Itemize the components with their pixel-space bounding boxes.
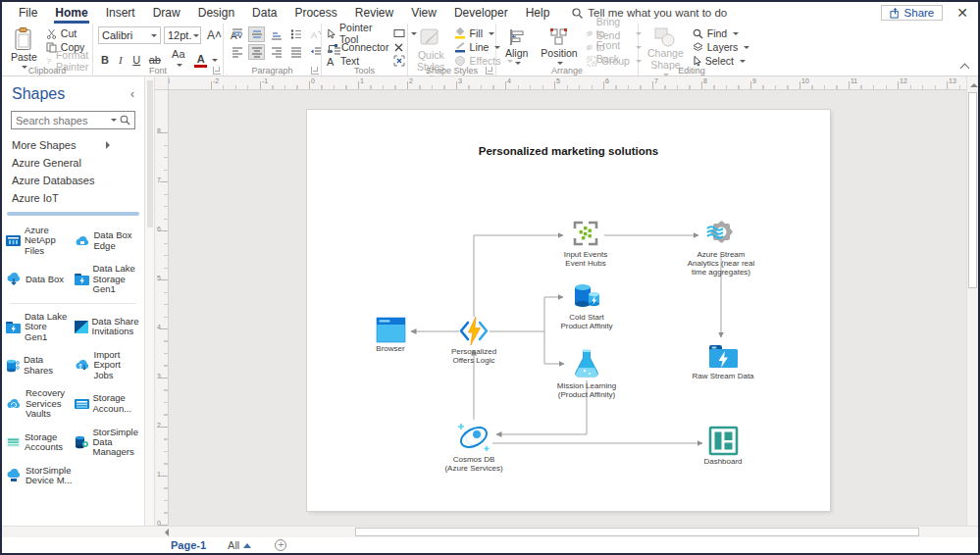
group-font: Calibri 12pt. A˄ A˅ B I U ab Aa A Font: [93, 24, 224, 76]
node-cosmos-db[interactable]: Cosmos DB (Azure Services): [430, 421, 518, 473]
pointer-tool-button[interactable]: Pointer Tool: [327, 27, 388, 39]
dashboard-icon: [708, 426, 739, 456]
stencil-azure-databases[interactable]: Azure Databases: [2, 172, 144, 189]
stencil-azure-general[interactable]: Azure General: [2, 154, 144, 172]
close-icon[interactable]: ✕: [956, 6, 968, 20]
node-stream-analytics[interactable]: Azure Stream Analytics (near real time a…: [677, 217, 765, 277]
page-tab[interactable]: Page-1: [171, 539, 206, 551]
panel-scrollbar[interactable]: [145, 76, 155, 526]
stencil-scroll-indicator[interactable]: [7, 212, 139, 216]
menu-home[interactable]: Home: [46, 4, 96, 23]
change-shape-icon: [654, 27, 676, 47]
bring-to-front-icon: [587, 28, 593, 39]
format-painter-icon: [46, 56, 52, 67]
node-browser[interactable]: Browser: [346, 317, 435, 353]
underline-button[interactable]: U: [129, 53, 142, 67]
node-mission-learning[interactable]: Mission Learning (Product Affinity): [542, 347, 631, 399]
group-shape-styles: Quick Styles Fill Line Effects Shape Sty…: [408, 24, 496, 76]
node-event-hubs[interactable]: Input Events Event Hubs: [542, 219, 630, 268]
collapse-ribbon-chevron[interactable]: [960, 64, 970, 74]
group-arrange: Align Position Bring to Front Send to Ba…: [496, 24, 639, 76]
strikethrough-button[interactable]: ab: [146, 53, 163, 67]
node-offers-logic[interactable]: Personalized Offers Logic: [430, 316, 518, 365]
node-cold-start[interactable]: Cold Start Product Affinity: [542, 281, 631, 330]
menu-draw[interactable]: Draw: [144, 4, 189, 23]
menu-data[interactable]: Data: [243, 4, 285, 23]
drawing-page[interactable]: Personalized marketing solutions: [307, 110, 830, 511]
justify-button[interactable]: [287, 44, 304, 60]
search-shapes-input[interactable]: [16, 115, 106, 126]
storage-accoun-icon: [75, 398, 89, 410]
menu-developer[interactable]: Developer: [445, 4, 517, 23]
connector-tool-button[interactable]: Connector: [327, 41, 388, 53]
shape-data-box[interactable]: Data Box: [6, 264, 73, 294]
shape-storage-accounts[interactable]: Storage Accounts: [6, 428, 73, 458]
search-icon[interactable]: [120, 115, 130, 126]
font-family-select[interactable]: Calibri: [98, 26, 161, 44]
line-icon: [454, 41, 466, 53]
shape-storsimple-device-m[interactable]: StorSimple Device M...: [6, 466, 73, 486]
find-button[interactable]: Find: [693, 27, 750, 39]
align-left-button[interactable]: [229, 44, 245, 60]
grow-font-button[interactable]: A˄: [204, 27, 225, 43]
align-right-button[interactable]: [268, 44, 284, 60]
font-color-caret[interactable]: [212, 59, 218, 65]
horizontal-scrollbar[interactable]: [2, 526, 978, 537]
shape-data-shares[interactable]: Data Shares: [6, 350, 73, 380]
drawing-viewport[interactable]: Personalized marketing solutions: [169, 90, 978, 526]
share-button[interactable]: Share: [881, 5, 944, 21]
shape-data-share-invitations[interactable]: Data Share Invitations: [75, 312, 141, 342]
menu-view[interactable]: View: [402, 4, 445, 23]
align-center-button[interactable]: [248, 44, 265, 60]
find-icon: [693, 28, 703, 39]
node-dashboard[interactable]: Dashboard: [679, 426, 767, 466]
italic-button[interactable]: I: [114, 53, 127, 67]
menu-review[interactable]: Review: [346, 4, 402, 23]
align-top-button[interactable]: [229, 26, 245, 42]
cut-button[interactable]: Cut: [46, 27, 93, 39]
shapes-panel: Shapes ‹ More Shapes Azure General Azure…: [2, 76, 145, 526]
scroll-left-arrow[interactable]: [161, 529, 169, 536]
shape-recovery-services-vaults[interactable]: Recovery Services Vaults: [6, 388, 73, 419]
align-middle-button[interactable]: [248, 26, 265, 42]
shape-data-lake-store-gen1[interactable]: Data Lake Store Gen1: [6, 312, 73, 342]
vertical-scrollbar[interactable]: [966, 76, 978, 526]
ruler-horizontal: -3-2-1012345678910111213: [169, 76, 978, 90]
bold-button[interactable]: B: [98, 53, 111, 67]
search-caret[interactable]: [111, 119, 117, 125]
shape-data-box-edge[interactable]: Data Box Edge: [75, 226, 141, 256]
shape-storage-accoun[interactable]: Storage Accoun...: [75, 388, 141, 419]
shapes-panel-title: Shapes: [12, 85, 65, 103]
send-to-back-button[interactable]: Send to Back: [587, 41, 642, 53]
align-bottom-button[interactable]: [268, 26, 284, 42]
new-page-button[interactable]: +: [275, 539, 286, 551]
stencil-azure-iot[interactable]: Azure IoT: [2, 189, 144, 207]
shape-azure-netapp-files[interactable]: Azure NetApp Files: [6, 226, 73, 256]
menu-insert[interactable]: Insert: [97, 4, 144, 23]
menu-file[interactable]: File: [10, 4, 46, 23]
all-pages-toggle[interactable]: All: [228, 539, 251, 551]
select-icon: [693, 56, 701, 67]
stencil-more-shapes[interactable]: More Shapes: [2, 136, 144, 154]
bullets-button[interactable]: [287, 26, 304, 42]
shape-styles-dialog-launcher[interactable]: [486, 67, 493, 75]
shape-data-lake-storage-gen1[interactable]: Data Lake Storage Gen1: [75, 264, 141, 294]
shape-import-export-jobs[interactable]: Import Export Jobs: [75, 350, 141, 380]
main-area: Shapes ‹ More Shapes Azure General Azure…: [2, 76, 978, 526]
menu-process[interactable]: Process: [285, 4, 345, 23]
shapes-search-box[interactable]: [11, 111, 135, 129]
font-dialog-launcher[interactable]: [213, 67, 221, 75]
horizontal-scroll-thumb[interactable]: [355, 528, 919, 536]
shape-storsimple-data-managers[interactable]: StorSimple Data Managers: [75, 428, 141, 458]
node-raw-stream[interactable]: Raw Stream Data: [679, 342, 767, 380]
menu-help[interactable]: Help: [517, 4, 559, 23]
font-size-select[interactable]: 12pt.: [164, 26, 201, 44]
vertical-scroll-thumb[interactable]: [968, 92, 977, 288]
scroll-up-arrow[interactable]: [970, 79, 978, 87]
position-button[interactable]: Position: [537, 26, 581, 69]
menu-design[interactable]: Design: [189, 4, 243, 23]
paragraph-dialog-launcher[interactable]: [311, 67, 319, 75]
layers-button[interactable]: Layers: [693, 41, 750, 53]
align-button[interactable]: Align: [501, 26, 532, 69]
collapse-panel-icon[interactable]: ‹: [130, 87, 134, 101]
